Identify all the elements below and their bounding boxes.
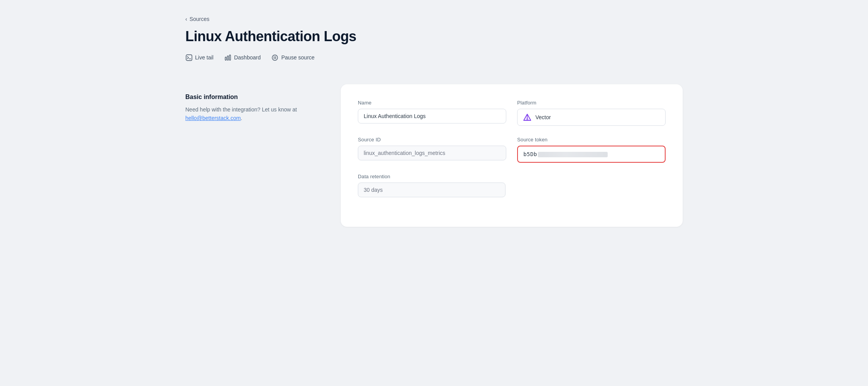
page-title: Linux Authentication Logs xyxy=(185,28,683,45)
platform-label: Platform xyxy=(517,100,666,106)
svg-rect-4 xyxy=(229,55,230,60)
terminal-icon xyxy=(185,54,192,61)
name-field-group: Name xyxy=(358,100,506,126)
data-retention-input[interactable] xyxy=(358,183,505,197)
description-text: Need help with the integration? Let us k… xyxy=(185,106,297,113)
bar-chart-icon xyxy=(224,54,231,61)
token-prefix: b5Db xyxy=(523,151,537,157)
svg-rect-3 xyxy=(227,56,228,60)
data-retention-field-group: Data retention xyxy=(358,174,505,197)
main-content: Basic information Need help with the int… xyxy=(185,84,683,227)
platform-value: Vector xyxy=(535,114,551,120)
name-input[interactable] xyxy=(358,109,506,123)
dashboard-button[interactable]: Dashboard xyxy=(224,54,261,61)
source-token-highlighted-box: b5Db xyxy=(517,146,666,163)
description-period: . xyxy=(241,115,242,121)
platform-field-group: Platform Vector xyxy=(517,100,666,126)
svg-rect-2 xyxy=(225,57,226,60)
pause-circle-icon xyxy=(272,54,279,61)
token-blur-mask xyxy=(538,152,608,157)
form-row-3: Data retention xyxy=(358,174,505,197)
section-description: Need help with the integration? Let us k… xyxy=(185,105,310,123)
section-title: Basic information xyxy=(185,94,310,101)
left-panel: Basic information Need help with the int… xyxy=(185,84,310,123)
svg-rect-0 xyxy=(186,55,192,61)
pause-source-label: Pause source xyxy=(281,54,315,61)
source-token-field-group: Source token b5Db xyxy=(517,137,666,163)
platform-display: Vector xyxy=(517,109,666,126)
back-link[interactable]: ‹ Sources xyxy=(185,16,209,22)
back-chevron-icon: ‹ xyxy=(185,16,187,22)
svg-point-5 xyxy=(272,55,278,60)
form-row-1: Name Platform V xyxy=(358,100,666,126)
live-tail-label: Live tail xyxy=(195,54,213,61)
back-label: Sources xyxy=(190,16,209,22)
action-bar: Live tail Dashboard Pause source xyxy=(185,54,683,61)
source-token-label: Source token xyxy=(517,137,666,143)
name-label: Name xyxy=(358,100,506,106)
source-token-value: b5Db xyxy=(523,151,659,157)
source-id-label: Source ID xyxy=(358,137,506,143)
live-tail-button[interactable]: Live tail xyxy=(185,54,213,61)
data-retention-label: Data retention xyxy=(358,174,505,179)
email-link[interactable]: hello@betterstack.com xyxy=(185,115,241,121)
vector-logo-icon xyxy=(523,113,532,122)
form-row-2: Source ID Source token b5Db xyxy=(358,137,666,163)
form-card: Name Platform V xyxy=(341,84,683,227)
source-id-field-group: Source ID xyxy=(358,137,506,163)
dashboard-label: Dashboard xyxy=(234,54,261,61)
source-id-input[interactable] xyxy=(358,146,506,160)
pause-source-button[interactable]: Pause source xyxy=(272,54,315,61)
